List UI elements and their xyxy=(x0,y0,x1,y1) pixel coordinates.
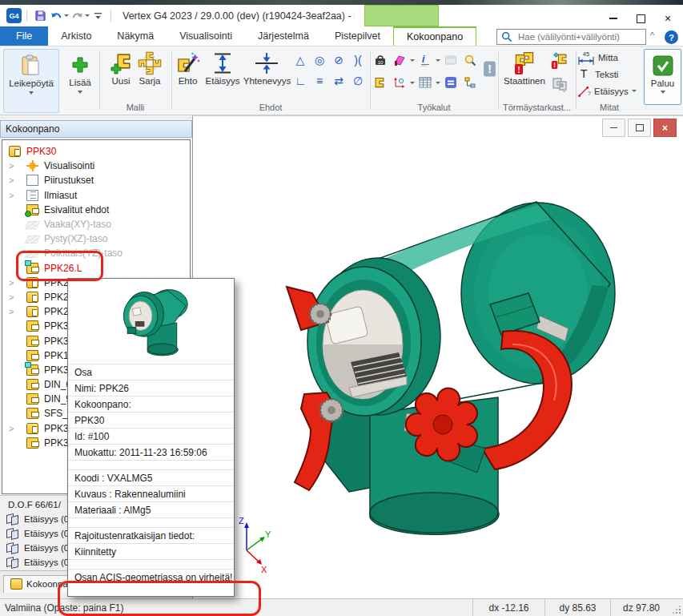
document-minimize-button[interactable] xyxy=(602,119,625,137)
tree-item[interactable]: > Ilmiasut xyxy=(2,188,190,203)
expander-icon[interactable]: > xyxy=(9,292,26,302)
window-maximize-button[interactable] xyxy=(627,10,654,27)
collision-disabled-button[interactable] xyxy=(551,76,568,97)
tree-item[interactable]: PPK30 xyxy=(2,144,190,159)
etaisyys-constraint-button[interactable]: Etäisyys xyxy=(203,49,243,87)
expander-icon[interactable]: > xyxy=(9,161,26,171)
search-input[interactable] xyxy=(516,31,645,42)
sarja-button[interactable]: Sarja xyxy=(138,49,162,87)
dynamic-collision-button[interactable]: ! xyxy=(551,50,568,73)
dropdown-caret-icon[interactable] xyxy=(436,59,440,62)
constraint-wizard-icon xyxy=(176,51,200,75)
opposed-constraint-icon[interactable]: ⇄ xyxy=(330,73,348,89)
redo-button[interactable] xyxy=(69,8,85,24)
equals-tool-button[interactable] xyxy=(442,74,460,91)
uusi-button[interactable]: Uusi xyxy=(109,49,133,87)
expander-icon[interactable]: > xyxy=(9,175,26,185)
perpendicular-constraint-icon[interactable]: ∟ xyxy=(291,73,309,89)
tree-item-label: Vaaka(XY)-taso xyxy=(44,219,111,230)
window-close-button[interactable]: × xyxy=(654,10,681,27)
svg-text:!: ! xyxy=(488,62,492,75)
ribbon-tab[interactable]: Pistepilvet xyxy=(322,26,393,46)
customize-quick-access-button[interactable] xyxy=(90,8,106,24)
hierarchy-tool-button[interactable] xyxy=(461,74,479,91)
dropdown-caret-icon[interactable] xyxy=(410,59,415,62)
customize-icon xyxy=(93,10,103,21)
expander-icon[interactable]: > xyxy=(9,191,26,200)
dropdown-caret-icon[interactable] xyxy=(410,82,415,84)
x-axis-label: X xyxy=(261,565,267,574)
ribbon-tab[interactable]: Arkisto xyxy=(48,26,104,46)
expander-icon[interactable]: > xyxy=(9,307,26,316)
ribbon-tab-label: Näkymä xyxy=(117,30,154,42)
save-button[interactable] xyxy=(32,8,48,24)
collision-check-icon: ! xyxy=(551,50,568,70)
tangent-constraint-icon[interactable]: ⊘ xyxy=(330,52,348,68)
app-logo-icon[interactable]: G4 xyxy=(6,8,22,23)
ribbon-tab[interactable]: File xyxy=(0,26,48,46)
tree-item[interactable]: > Piirustukset xyxy=(2,173,190,187)
clipboard-button[interactable]: Leikepöytä xyxy=(4,51,58,95)
svg-text:45: 45 xyxy=(583,50,589,58)
titlebar: G4 Vertex G4 2023 / 29.0.00 (dev) (r1904… xyxy=(0,5,683,26)
document-close-button[interactable]: × xyxy=(653,119,677,137)
document-window-controls: × xyxy=(602,119,677,137)
diameter-constraint-icon[interactable]: ∅ xyxy=(349,73,367,89)
tree-item[interactable]: Pysty(XZ)-taso xyxy=(2,232,190,246)
ribbon-tab[interactable]: Visualisointi xyxy=(167,26,245,46)
ehto-button[interactable]: Ehto xyxy=(173,49,203,87)
symmetry-constraint-icon[interactable]: )( xyxy=(349,52,367,68)
add-icon xyxy=(70,55,90,74)
ribbon-tab[interactable]: Kokoonpano xyxy=(393,26,476,46)
status-dx: dx -12.16 xyxy=(472,599,544,616)
etaisyys-measure-button[interactable]: ? Etäisyys xyxy=(577,84,641,98)
dof-item-label: Etäisyys (0 xyxy=(24,514,69,524)
paluu-label: Paluu xyxy=(651,79,674,89)
teksti-button[interactable]: T Teksti xyxy=(577,68,641,81)
resize-grip[interactable] xyxy=(672,599,683,616)
staattinen-button[interactable]: ! Staattinen xyxy=(500,49,549,87)
add-button[interactable]: Lisää xyxy=(62,50,98,94)
ribbon-tab[interactable]: Näkymä xyxy=(104,26,167,46)
bracket-tool-button[interactable] xyxy=(372,74,389,91)
tree-item[interactable]: > Visualisointi xyxy=(2,159,190,173)
concentric-constraint-icon[interactable]: ◎ xyxy=(311,52,328,68)
window-minimize-button[interactable] xyxy=(600,10,627,27)
yhtenevyys-button[interactable]: Yhtenevyys xyxy=(243,49,291,87)
angle-constraint-icon[interactable]: △ xyxy=(291,52,309,68)
warning-badge-button[interactable]: ! xyxy=(483,60,496,81)
tree-item-icon xyxy=(25,221,40,229)
mitat-group-label: Mitat xyxy=(577,103,641,112)
assembly-panel-header[interactable]: Kokoonpano xyxy=(0,120,192,138)
ribbon-tab[interactable]: Järjestelmä xyxy=(245,26,322,46)
zoom-tool-button[interactable] xyxy=(461,52,479,68)
tree-item[interactable]: Poikittais(YZ)-taso xyxy=(2,246,190,260)
tree-item[interactable]: Esivalitut ehdot xyxy=(2,203,190,217)
tree-item[interactable]: Vaaka(XY)-taso xyxy=(2,217,190,232)
expander-icon[interactable]: > xyxy=(9,278,26,288)
paluu-button[interactable]: Paluu xyxy=(644,49,681,105)
info-tool-button[interactable]: i xyxy=(416,52,434,68)
mitta-button[interactable]: 45 Mitta xyxy=(577,50,641,65)
tree-item[interactable]: PPK26.L xyxy=(2,261,190,276)
yhtenevyys-label: Yhtenevyys xyxy=(243,76,291,87)
search-box[interactable] xyxy=(496,29,646,45)
assembly-panel-tab[interactable]: Kokoonpa xyxy=(3,575,77,593)
document-restore-button[interactable] xyxy=(628,119,651,137)
material-tool-button[interactable] xyxy=(391,52,408,68)
chevron-up-icon[interactable]: ^ xyxy=(650,30,654,40)
dropdown-caret-icon[interactable] xyxy=(436,82,440,84)
tooltip-row: Koodi : VXALMG5 xyxy=(68,469,234,485)
help-button[interactable]: ? xyxy=(665,30,678,44)
staattinen-label: Staattinen xyxy=(504,76,545,87)
axes-tool-button[interactable] xyxy=(391,74,408,91)
tree-item-icon xyxy=(26,423,38,434)
expander-icon[interactable]: > xyxy=(9,424,26,433)
undo-button[interactable] xyxy=(48,8,64,24)
panel-tool-button-disabled[interactable] xyxy=(442,52,460,68)
restore-icon xyxy=(636,124,644,131)
weight-tool-button[interactable]: 10 xyxy=(372,52,389,68)
redo-icon xyxy=(70,10,84,22)
parallel-constraint-icon[interactable]: ≡ xyxy=(311,73,328,89)
table-tool-button[interactable] xyxy=(416,74,434,91)
